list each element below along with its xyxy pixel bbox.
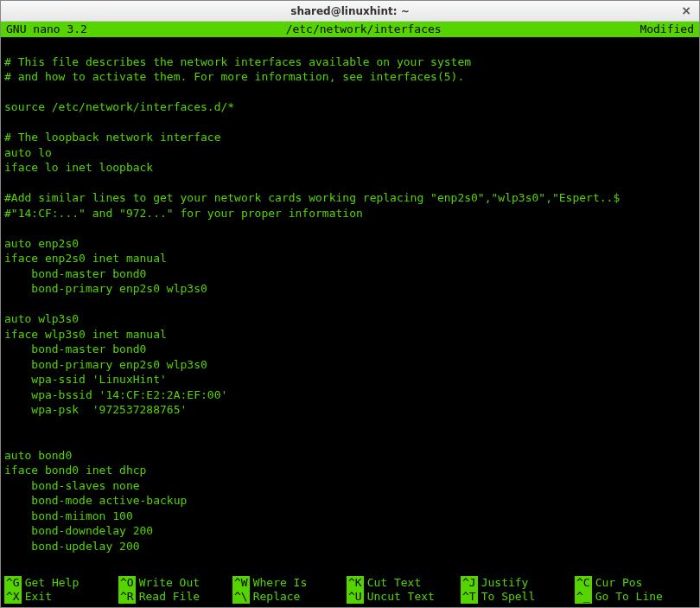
shortcut-label: To Spell xyxy=(481,590,536,604)
shortcut-key: ^G xyxy=(4,576,22,590)
window-titlebar[interactable]: shared@linuxhint: ~ × xyxy=(1,1,699,22)
shortcut-replace[interactable]: ^\ Replace xyxy=(232,590,347,604)
shortcut-label: Read File xyxy=(139,590,200,604)
shortcut-row-2: ^X Exit ^R Read File ^\ Replace ^U Uncut… xyxy=(4,590,696,604)
shortcut-write-out[interactable]: ^O Write Out xyxy=(118,576,232,590)
shortcut-key: ^_ xyxy=(575,590,592,604)
shortcut-go-to-line[interactable]: ^_ Go To Line xyxy=(575,590,689,604)
shortcut-row-1: ^G Get Help ^O Write Out ^W Where Is ^K … xyxy=(4,576,696,590)
shortcut-key: ^J xyxy=(461,576,478,590)
shortcut-read-file[interactable]: ^R Read File xyxy=(118,590,232,604)
shortcut-to-spell[interactable]: ^T To Spell xyxy=(461,590,575,604)
shortcut-label: Exit xyxy=(25,590,52,604)
shortcut-label: Write Out xyxy=(139,576,200,590)
shortcut-cut-text[interactable]: ^K Cut Text xyxy=(347,576,461,590)
nano-filename: /etc/network/interfaces xyxy=(87,22,640,37)
shortcut-label: Cut Text xyxy=(367,576,422,590)
shortcut-exit[interactable]: ^X Exit xyxy=(4,590,118,604)
shortcut-label: Replace xyxy=(253,590,301,604)
nano-shortcut-bar: ^G Get Help ^O Write Out ^W Where Is ^K … xyxy=(1,573,699,607)
shortcut-label: Uncut Text xyxy=(367,590,435,604)
close-icon: × xyxy=(681,3,691,17)
window-title: shared@linuxhint: ~ xyxy=(290,5,409,17)
shortcut-key: ^\ xyxy=(232,590,250,604)
terminal-window: shared@linuxhint: ~ × GNU nano 3.2 /etc/… xyxy=(0,0,700,608)
nano-version: GNU nano 3.2 xyxy=(6,22,87,37)
shortcut-label: Go To Line xyxy=(595,590,663,604)
shortcut-key: ^C xyxy=(575,576,592,590)
shortcut-key: ^K xyxy=(347,576,364,590)
nano-modified-status: Modified xyxy=(640,22,694,37)
shortcut-get-help[interactable]: ^G Get Help xyxy=(4,576,118,590)
window-close-button[interactable]: × xyxy=(678,3,694,18)
shortcut-key: ^R xyxy=(118,590,136,604)
shortcut-key: ^X xyxy=(4,590,22,604)
editor-content[interactable]: # This file describes the network interf… xyxy=(1,37,699,573)
shortcut-label: Cur Pos xyxy=(595,576,643,590)
shortcut-cur-pos[interactable]: ^C Cur Pos xyxy=(575,576,689,590)
shortcut-uncut-text[interactable]: ^U Uncut Text xyxy=(347,590,461,604)
shortcut-key: ^U xyxy=(347,590,364,604)
shortcut-key: ^T xyxy=(461,590,478,604)
shortcut-key: ^W xyxy=(232,576,250,590)
shortcut-label: Justify xyxy=(481,576,529,590)
shortcut-where-is[interactable]: ^W Where Is xyxy=(232,576,347,590)
shortcut-label: Where Is xyxy=(253,576,308,590)
shortcut-label: Get Help xyxy=(25,576,80,590)
nano-status-bar: GNU nano 3.2 /etc/network/interfaces Mod… xyxy=(1,22,699,37)
shortcut-justify[interactable]: ^J Justify xyxy=(461,576,575,590)
shortcut-key: ^O xyxy=(118,576,136,590)
